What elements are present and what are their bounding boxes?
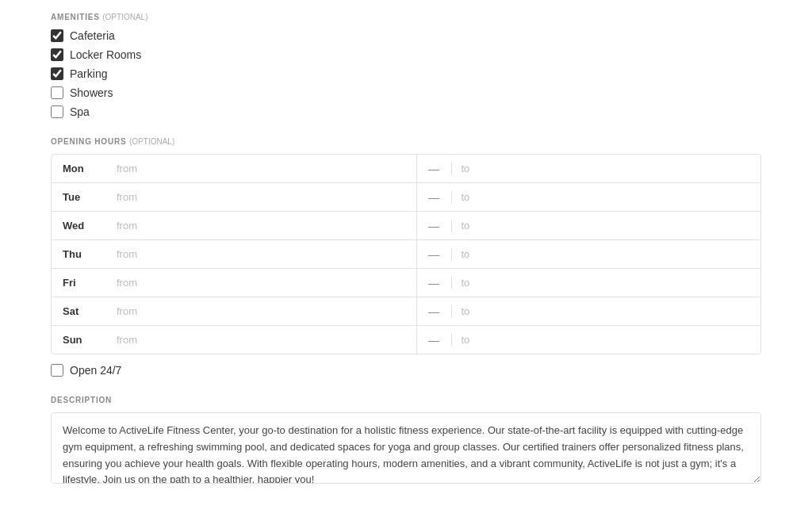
opening-hours-label: OPENING HOURS (OPTIONAL) bbox=[51, 137, 761, 146]
to-input-mon[interactable] bbox=[452, 155, 761, 182]
hours-row-tue: Tue — bbox=[52, 183, 760, 212]
amenity-cafeteria-checkbox[interactable] bbox=[51, 29, 63, 42]
open-247-label[interactable]: Open 24/7 bbox=[70, 364, 121, 377]
dash-wed: — bbox=[417, 220, 452, 232]
amenity-spa-checkbox[interactable] bbox=[51, 105, 63, 118]
dash-tue: — bbox=[417, 191, 452, 204]
hours-row-mon: Mon — bbox=[52, 155, 760, 183]
from-input-sun[interactable] bbox=[107, 326, 417, 354]
day-label-mon: Mon bbox=[52, 155, 107, 182]
amenity-locker-rooms-checkbox[interactable] bbox=[51, 48, 63, 61]
amenity-spa-item: Spa bbox=[51, 105, 761, 118]
amenity-parking-label[interactable]: Parking bbox=[70, 67, 107, 80]
from-input-wed[interactable] bbox=[107, 212, 417, 239]
dash-fri: — bbox=[417, 277, 452, 289]
from-input-thu[interactable] bbox=[107, 240, 417, 268]
to-input-sat[interactable] bbox=[452, 297, 761, 325]
from-input-sat[interactable] bbox=[107, 297, 417, 325]
amenity-showers-label[interactable]: Showers bbox=[70, 86, 113, 99]
hours-row-wed: Wed — bbox=[52, 212, 760, 240]
open-247-row: Open 24/7 bbox=[51, 364, 761, 377]
description-textarea[interactable] bbox=[51, 412, 761, 484]
day-label-wed: Wed bbox=[52, 212, 107, 239]
from-input-tue[interactable] bbox=[107, 183, 417, 211]
open-247-checkbox[interactable] bbox=[51, 364, 63, 377]
from-input-fri[interactable] bbox=[107, 269, 417, 297]
to-input-sun[interactable] bbox=[452, 326, 761, 354]
from-input-mon[interactable] bbox=[107, 155, 417, 182]
hours-row-sun: Sun — bbox=[52, 326, 760, 354]
amenity-parking-checkbox[interactable] bbox=[51, 67, 63, 80]
amenity-showers-item: Showers bbox=[51, 86, 761, 99]
amenities-section: AMENITIES (OPTIONAL) Cafeteria Locker Ro… bbox=[51, 13, 761, 118]
amenity-locker-rooms-label[interactable]: Locker Rooms bbox=[70, 48, 141, 61]
to-input-thu[interactable] bbox=[452, 240, 761, 268]
description-label: DESCRIPTION bbox=[51, 396, 761, 404]
day-label-sat: Sat bbox=[52, 297, 107, 325]
amenity-showers-checkbox[interactable] bbox=[51, 86, 63, 99]
opening-hours-section: OPENING HOURS (OPTIONAL) Mon — Tue — Wed… bbox=[51, 137, 761, 377]
hours-row-thu: Thu — bbox=[52, 240, 760, 269]
hours-row-fri: Fri — bbox=[52, 269, 760, 297]
amenity-parking-item: Parking bbox=[51, 67, 761, 80]
amenity-spa-label[interactable]: Spa bbox=[70, 105, 90, 118]
description-section: DESCRIPTION bbox=[51, 396, 761, 486]
amenity-cafeteria-label[interactable]: Cafeteria bbox=[70, 29, 115, 42]
hours-grid: Mon — Tue — Wed — Thu — Fri bbox=[51, 154, 761, 354]
to-input-wed[interactable] bbox=[452, 212, 761, 239]
to-input-tue[interactable] bbox=[452, 183, 761, 211]
dash-mon: — bbox=[417, 163, 452, 175]
amenity-locker-rooms-item: Locker Rooms bbox=[51, 48, 761, 61]
hours-row-sat: Sat — bbox=[52, 297, 760, 326]
amenities-label: AMENITIES (OPTIONAL) bbox=[51, 13, 761, 21]
day-label-fri: Fri bbox=[52, 269, 107, 297]
dash-sun: — bbox=[417, 334, 452, 347]
day-label-sun: Sun bbox=[52, 326, 107, 354]
to-input-fri[interactable] bbox=[452, 269, 761, 297]
dash-sat: — bbox=[417, 305, 452, 318]
amenity-cafeteria-item: Cafeteria bbox=[51, 29, 761, 42]
dash-thu: — bbox=[417, 248, 452, 261]
day-label-tue: Tue bbox=[52, 183, 107, 211]
day-label-thu: Thu bbox=[52, 240, 107, 268]
